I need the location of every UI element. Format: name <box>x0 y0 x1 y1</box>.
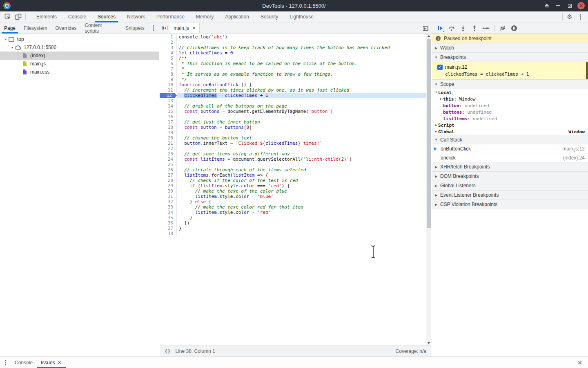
tab-security[interactable]: Security <box>255 11 284 22</box>
line-number-13[interactable]: 13 <box>160 98 177 103</box>
inspect-element-icon[interactable] <box>2 11 13 22</box>
collapsed-arrow-icon[interactable]: ▶ <box>434 130 438 133</box>
breakpoint-entry[interactable]: ✓ main.js:12 clickedTimes = clickedTimes… <box>432 62 588 80</box>
hide-navigator-icon[interactable] <box>159 23 170 33</box>
line-number-19[interactable]: 19 <box>160 130 177 135</box>
line-number-16[interactable]: 16 <box>160 114 177 119</box>
section-watch[interactable]: ▶ Watch <box>432 43 588 53</box>
code-line-27[interactable]: 27 listItems.forEach(listItem => { <box>160 173 431 178</box>
tab-sources[interactable]: Sources <box>92 11 121 22</box>
section-event-listener-breakpoints[interactable]: ▶Event Listener Breakpoints <box>432 191 588 200</box>
drawer-tab-issues[interactable]: Issues✕ <box>37 357 66 368</box>
tab-network[interactable]: Network <box>121 11 151 22</box>
close-window-button[interactable]: ✕ <box>576 0 586 11</box>
tree-item-main-js[interactable]: main.js <box>0 60 159 68</box>
nav-tab-overrides[interactable]: Overrides <box>51 23 80 34</box>
code-line-33[interactable]: 33 // make the text color red for that i… <box>160 204 431 210</box>
pretty-print-icon[interactable]: {} <box>160 348 175 354</box>
tab-application[interactable]: Application <box>219 11 255 22</box>
code-line-24[interactable]: 24 const listItems = document.querySelec… <box>160 157 431 162</box>
code-line-37[interactable]: 37} <box>160 226 431 231</box>
line-number-37[interactable]: 37 <box>160 226 177 231</box>
line-number-8[interactable]: 8 <box>160 72 177 77</box>
step-out-button[interactable] <box>470 23 479 33</box>
tree-item--index-[interactable]: (index) <box>0 52 159 60</box>
minimize-button[interactable] <box>553 0 564 11</box>
tree-expander-icon[interactable]: ▾ <box>10 46 15 49</box>
code-line-6[interactable]: 6 * This function is meant to be called … <box>160 61 431 66</box>
step-over-button[interactable] <box>447 23 457 33</box>
line-number-11[interactable]: 11 <box>160 88 177 93</box>
scope-row-local[interactable]: ▼Local <box>432 89 588 96</box>
line-number-21[interactable]: 21 <box>160 141 177 146</box>
line-number-33[interactable]: 33 <box>160 204 177 210</box>
scope-row-this[interactable]: ▶this: Window <box>432 96 588 102</box>
line-number-23[interactable]: 23 <box>160 151 177 157</box>
device-toolbar-icon[interactable] <box>13 11 24 22</box>
scope-row-global[interactable]: ▶GlobalWindow <box>432 128 588 135</box>
code-editor[interactable]: 1console.log('abc')23// clickedTimes is … <box>160 34 431 346</box>
tree-item-127-0-0-1-5500[interactable]: ▾127.0.0.1:5500 <box>0 43 159 52</box>
code-line-20[interactable]: 20 // change the button text <box>160 135 431 141</box>
line-number-34[interactable]: 34 <box>160 210 177 215</box>
nav-tab-page[interactable]: Page <box>0 23 20 34</box>
line-number-36[interactable]: 36 <box>160 220 177 226</box>
section-scope[interactable]: ▼ Scope <box>432 80 588 89</box>
code-line-29[interactable]: 29 if (listItem.style.color === 'red') { <box>160 183 431 188</box>
line-number-9[interactable]: 9 <box>160 77 177 82</box>
line-number-30[interactable]: 30 <box>160 188 177 194</box>
line-number-2[interactable]: 2 <box>160 40 177 45</box>
tab-lighthouse[interactable]: Lighthouse <box>284 11 319 22</box>
tab-elements[interactable]: Elements <box>31 11 62 22</box>
line-number-25[interactable]: 25 <box>160 162 177 167</box>
section-xhr-fetch-breakpoints[interactable]: ▶XHR/fetch Breakpoints <box>432 162 588 172</box>
more-options-icon[interactable] <box>575 11 586 22</box>
line-number-29[interactable]: 29 <box>160 183 177 188</box>
line-number-7[interactable]: 7 <box>160 66 177 72</box>
drawer-tab-console[interactable]: Console <box>11 357 37 368</box>
nav-tab-content-scripts[interactable]: Content scripts <box>80 23 121 34</box>
code-line-32[interactable]: 32 } else { <box>160 199 431 204</box>
line-number-26[interactable]: 26 <box>160 167 177 173</box>
code-line-12[interactable]: 12 clickedTimes = clickedTimes + 1 <box>160 93 431 98</box>
code-line-13[interactable]: 13 <box>160 98 431 103</box>
line-number-38[interactable]: 38 <box>160 231 177 236</box>
scroll-down-icon[interactable] <box>426 340 431 346</box>
tree-item-top[interactable]: ▾top <box>0 35 159 43</box>
call-stack-frame-onclick[interactable]: onclick(index):24 <box>432 153 588 162</box>
step-button[interactable] <box>481 23 491 33</box>
code-line-15[interactable]: 15 const buttons = document.getElementsB… <box>160 109 431 114</box>
show-debugger-icon[interactable] <box>420 23 431 34</box>
code-line-36[interactable]: 36 }) <box>160 220 431 226</box>
code-line-4[interactable]: 4let clickedTimes = 0 <box>160 50 431 56</box>
line-number-22[interactable]: 22 <box>160 146 177 151</box>
line-number-6[interactable]: 6 <box>160 61 177 66</box>
close-tab-icon[interactable]: ✕ <box>192 26 196 31</box>
nav-tab-filesystem[interactable]: Filesystem <box>20 23 51 34</box>
line-number-15[interactable]: 15 <box>160 109 177 114</box>
editor-tab-mainjs[interactable]: main.js ✕ <box>170 23 200 33</box>
deactivate-breakpoints-button[interactable] <box>498 23 508 33</box>
line-number-1[interactable]: 1 <box>160 34 177 40</box>
section-dom-breakpoints[interactable]: ▶DOM Breakpoints <box>432 172 588 181</box>
code-line-30[interactable]: 30 // make the text of the color blue <box>160 188 431 194</box>
line-number-12[interactable]: 12 <box>160 93 177 98</box>
code-line-18[interactable]: 18 const button = buttons[0] <box>160 125 431 130</box>
settings-gear-icon[interactable]: ⚙ <box>564 11 575 22</box>
code-line-2[interactable]: 2 <box>160 40 431 45</box>
code-line-9[interactable]: 9 */ <box>160 77 431 82</box>
tree-expander-icon[interactable]: ▾ <box>3 38 8 41</box>
dock-side-icon[interactable] <box>541 0 552 11</box>
code-line-34[interactable]: 34 listItem.style.color = 'red' <box>160 210 431 215</box>
line-number-24[interactable]: 24 <box>160 157 177 162</box>
section-csp-violation-breakpoints[interactable]: ▶CSP Violation Breakpoints <box>432 200 588 209</box>
code-line-11[interactable]: 11 // increment the times clicked by one… <box>160 88 431 93</box>
navigator-more-tabs-icon[interactable] <box>149 23 159 34</box>
code-line-35[interactable]: 35 } <box>160 215 431 220</box>
code-line-14[interactable]: 14 // grab all of the buttons on the pag… <box>160 103 431 109</box>
call-stack-frame-onbuttonclick[interactable]: onButtonClickmain.js:12 <box>432 144 588 153</box>
close-tab-icon[interactable]: ✕ <box>58 360 62 365</box>
line-number-5[interactable]: 5 <box>160 56 177 61</box>
code-line-22[interactable]: 22 <box>160 146 431 151</box>
section-call-stack[interactable]: ▼ Call Stack <box>432 135 588 144</box>
